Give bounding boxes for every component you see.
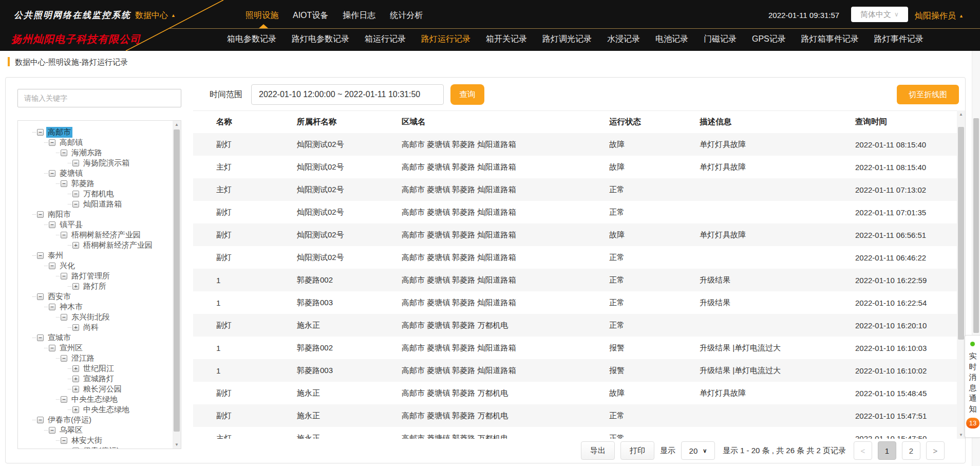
collapse-icon[interactable]: − (49, 263, 55, 269)
tree-node-label[interactable]: 兴化 (58, 260, 77, 271)
collapse-icon[interactable]: − (37, 417, 44, 423)
tree-node[interactable]: −万都机电 (18, 189, 181, 199)
subtab-门磁记录[interactable]: 门磁记录 (704, 34, 737, 45)
tree-node-label[interactable]: 神木市 (58, 302, 84, 312)
tree-node[interactable]: +路灯所 (18, 281, 181, 291)
expand-icon[interactable]: + (72, 324, 79, 331)
tree-node-label[interactable]: 海潮东路 (70, 147, 104, 158)
collapse-icon[interactable]: − (61, 273, 67, 279)
tree-node-label[interactable]: 中央生态绿地 (82, 404, 131, 415)
tree-node[interactable]: −南阳市 (18, 209, 181, 219)
tree-node-label[interactable]: 郭菱路 (70, 178, 96, 189)
tree-node[interactable]: −菱塘镇 (18, 168, 181, 178)
tree-node-label[interactable]: 路灯所 (82, 281, 108, 292)
expand-icon[interactable]: + (72, 283, 79, 290)
data-center-menu[interactable]: 数据中心▲ (135, 10, 176, 21)
subtab-箱电参数记录[interactable]: 箱电参数记录 (227, 34, 276, 45)
collapse-icon[interactable]: − (61, 150, 67, 156)
tree-node[interactable]: −澄江路 (18, 353, 181, 363)
collapse-icon[interactable]: − (37, 129, 44, 136)
tree-node[interactable]: −宣州区 (18, 343, 181, 353)
switch-to-line-chart-button[interactable]: 切至折线图 (897, 85, 959, 104)
tree-node-label[interactable]: 菱塘镇 (58, 168, 84, 179)
tree-node[interactable]: −泰州 (18, 250, 181, 260)
subtab-箱运行记录[interactable]: 箱运行记录 (365, 34, 406, 45)
prev-page-button[interactable]: < (854, 441, 872, 460)
realtime-notification-tab[interactable]: 实时消息通知 13 (965, 335, 980, 438)
next-page-button[interactable]: > (926, 441, 945, 460)
tree-node[interactable]: −海扬院演示箱 (18, 158, 181, 168)
tree-node-label[interactable]: 宣城路灯 (82, 374, 116, 384)
expand-icon[interactable]: + (72, 448, 79, 450)
tree-node[interactable]: −伊春市(停运) (18, 415, 181, 425)
scroll-up-icon[interactable]: ▲ (173, 121, 181, 128)
tree-node-label[interactable]: 澄江路 (70, 353, 96, 364)
subtab-GPS记录[interactable]: GPS记录 (752, 34, 786, 45)
tree-node[interactable]: −东兴街北段 (18, 312, 181, 322)
tree-node-label[interactable]: 粮长河公园 (82, 384, 123, 395)
tree-node[interactable]: +宣城路灯 (18, 374, 181, 384)
page-button-1[interactable]: 1 (878, 441, 896, 460)
tree-node[interactable]: −兴化 (18, 260, 181, 271)
subtab-水浸记录[interactable]: 水浸记录 (607, 34, 640, 45)
subtab-路灯事件记录[interactable]: 路灯事件记录 (874, 34, 924, 45)
menu-item-统计分析[interactable]: 统计分析 (390, 10, 423, 21)
tree-node-label[interactable]: 路灯管理所 (70, 271, 111, 282)
tree-node-label[interactable]: 泰州 (46, 250, 65, 261)
collapse-icon[interactable]: − (49, 221, 55, 228)
tree-node-label[interactable]: 乌翠区 (58, 425, 84, 436)
tree-node-label[interactable]: 海扬院演示箱 (82, 158, 131, 169)
scroll-down-icon[interactable]: ▼ (957, 431, 965, 439)
tree-node[interactable]: +粮长河公园 (18, 384, 181, 394)
tree-node[interactable]: −灿阳道路箱 (18, 199, 181, 209)
collapse-icon[interactable]: − (49, 345, 55, 351)
subtab-路灯调光记录[interactable]: 路灯调光记录 (542, 34, 592, 45)
tree-node[interactable]: −西安市 (18, 291, 181, 302)
tree-node[interactable]: −路灯管理所 (18, 271, 181, 281)
page-size-select[interactable]: 20∨ (681, 441, 715, 460)
tree-node-label[interactable]: 梧桐树新经济产业园 (70, 230, 142, 240)
expand-icon[interactable]: + (72, 365, 79, 372)
tree-node[interactable]: +梧桐树新经济产业园 (18, 240, 181, 250)
subtab-电池记录[interactable]: 电池记录 (655, 34, 688, 45)
print-button[interactable]: 打印 (620, 441, 654, 460)
user-menu[interactable]: 灿阳操作员▲ (915, 11, 964, 22)
subtab-路灯运行记录[interactable]: 路灯运行记录 (421, 34, 470, 45)
time-range-input[interactable] (251, 84, 444, 105)
menu-item-AIOT设备[interactable]: AIOT设备 (293, 10, 328, 21)
collapse-icon[interactable]: − (61, 396, 67, 403)
tree-node-label[interactable]: 伊春(停运) (82, 445, 121, 450)
collapse-icon[interactable]: − (37, 293, 44, 300)
tree-node-label[interactable]: 镇平县 (58, 219, 84, 230)
tree-node-label[interactable]: 高邮市 (46, 127, 72, 138)
tree-node-label[interactable]: 伊春市(停运) (46, 415, 93, 425)
tree-node-label[interactable]: 东兴街北段 (70, 312, 111, 323)
page-button-2[interactable]: 2 (902, 441, 920, 460)
collapse-icon[interactable]: − (61, 355, 67, 362)
tree-node-label[interactable]: 宣州区 (58, 343, 84, 353)
language-select[interactable]: 简体中文∨ (851, 7, 908, 22)
tree-node[interactable]: −梧桐树新经济产业园 (18, 230, 181, 240)
collapse-icon[interactable]: − (72, 191, 79, 197)
tree-search-input[interactable] (17, 89, 181, 107)
tree-node[interactable]: −高邮镇 (18, 137, 181, 147)
collapse-icon[interactable]: − (61, 180, 67, 187)
expand-icon[interactable]: + (72, 386, 79, 393)
collapse-icon[interactable]: − (37, 334, 44, 341)
tree-node[interactable]: −神木市 (18, 302, 181, 312)
scroll-down-icon[interactable]: ▼ (173, 441, 181, 449)
collapse-icon[interactable]: − (49, 170, 55, 177)
tree-node-label[interactable]: 灿阳道路箱 (82, 199, 123, 210)
collapse-icon[interactable]: − (37, 211, 44, 218)
tree-node-label[interactable]: 林安大街 (70, 435, 104, 446)
expand-icon[interactable]: + (72, 242, 79, 249)
tree-node[interactable]: +伊春(停运) (18, 445, 181, 449)
menu-item-照明设施[interactable]: 照明设施 (246, 10, 278, 21)
expand-icon[interactable]: + (72, 406, 79, 413)
menu-item-操作日志[interactable]: 操作日志 (343, 10, 375, 21)
tree-node[interactable]: −乌翠区 (18, 425, 181, 435)
collapse-icon[interactable]: − (61, 437, 67, 444)
tree-node[interactable]: −高邮市 (18, 127, 181, 137)
tree-node[interactable]: +尚科 (18, 322, 181, 332)
collapse-icon[interactable]: − (49, 139, 55, 146)
